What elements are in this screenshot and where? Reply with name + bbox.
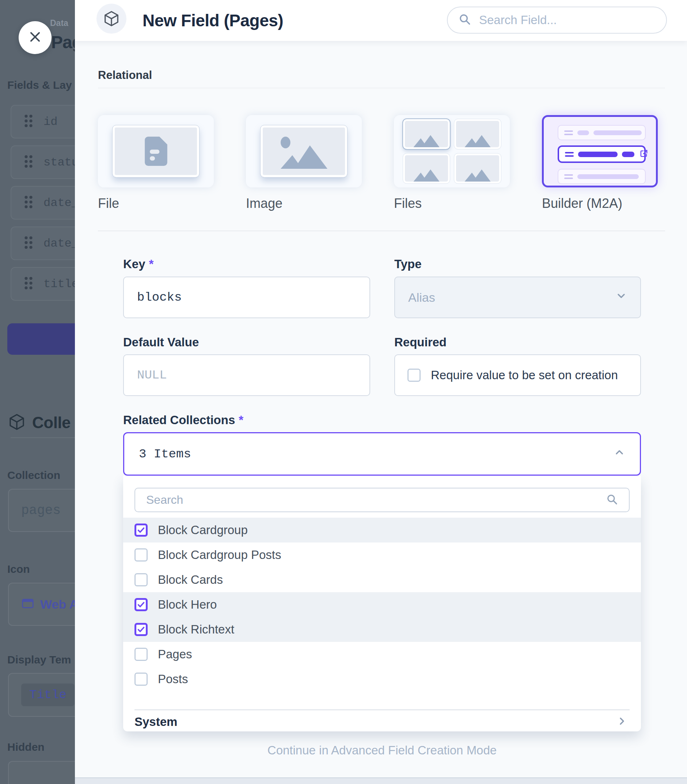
- system-label: System: [135, 715, 177, 729]
- drag-handle-icon[interactable]: [24, 154, 33, 170]
- collection-checkbox[interactable]: [135, 648, 148, 661]
- drag-handle-icon[interactable]: [24, 114, 33, 130]
- default-value-label: Default Value: [123, 335, 199, 349]
- collection-option-label: Posts: [158, 672, 188, 686]
- hidden-field-input[interactable]: [8, 761, 75, 784]
- close-drawer-button[interactable]: [19, 21, 51, 54]
- divider: [98, 88, 665, 89]
- template-field-chip[interactable]: Title: [21, 684, 74, 706]
- field-type-card-file[interactable]: [98, 115, 214, 187]
- thumbnails-grid: [403, 119, 501, 184]
- collection-checkbox[interactable]: [135, 548, 148, 561]
- section-heading: Relational: [98, 69, 152, 82]
- drag-handle-icon: [565, 152, 574, 157]
- related-collections-dropdown: Block Cardgroup Block Cardgroup Posts Bl…: [123, 476, 641, 732]
- field-type-label: Image: [246, 196, 283, 211]
- required-checkbox-group[interactable]: Require value to be set on creation: [394, 354, 641, 396]
- drag-handle-icon[interactable]: [24, 195, 33, 210]
- field-type-label: Builder (M2A): [542, 196, 622, 211]
- close-x-icon: [28, 30, 42, 45]
- field-name: statu: [43, 156, 75, 169]
- new-field-drawer: New Field (Pages) Relational: [75, 0, 687, 784]
- collection-option-row[interactable]: Block Cards: [123, 567, 641, 592]
- hidden-field-label: Hidden: [7, 741, 44, 753]
- sidebar-field-row[interactable]: id: [11, 105, 75, 138]
- field-type-card-image[interactable]: [246, 115, 362, 187]
- related-collections-label: Related Collections*: [123, 413, 243, 427]
- create-field-button[interactable]: [7, 323, 75, 355]
- collection-option-row[interactable]: Block Hero: [123, 592, 641, 617]
- field-name: date_: [43, 196, 75, 210]
- field-search[interactable]: [447, 7, 667, 34]
- dropdown-search-input[interactable]: [146, 493, 599, 507]
- display-template-input[interactable]: Title: [8, 673, 75, 717]
- drag-handle-icon: [564, 130, 573, 135]
- field-name: date_: [43, 237, 75, 250]
- collection-options-list: Block Cardgroup Block Cardgroup Posts Bl…: [123, 518, 641, 692]
- background-sidebar: Data Pag Fields & Lay id statu: [0, 0, 75, 784]
- collection-option-label: Block Cardgroup: [158, 523, 248, 537]
- collection-field-label: Collection: [7, 469, 60, 482]
- field-type-label: Files: [394, 196, 422, 211]
- collection-checkbox[interactable]: [135, 672, 148, 686]
- external-link-icon: [639, 148, 649, 160]
- search-icon: [459, 13, 471, 27]
- collection-name-value: pages: [21, 503, 61, 518]
- field-name: id: [43, 115, 58, 129]
- builder-block-row: [558, 169, 646, 184]
- collection-checkbox[interactable]: [135, 523, 148, 537]
- collection-option-row[interactable]: Block Cardgroup Posts: [123, 543, 641, 567]
- sidebar-field-row[interactable]: title: [11, 267, 75, 301]
- box-cube-icon: [97, 4, 127, 34]
- collection-page-heading: Pag: [51, 32, 75, 52]
- system-group-row[interactable]: System: [123, 712, 641, 732]
- divider: [98, 231, 665, 231]
- required-label: Required: [394, 335, 447, 349]
- icon-select-input[interactable]: Web A: [8, 583, 75, 626]
- collection-checkbox[interactable]: [135, 623, 148, 636]
- image-thumbnail-icon: [403, 153, 450, 184]
- builder-block-row: [558, 125, 646, 140]
- sidebar-field-row[interactable]: statu: [11, 145, 75, 179]
- required-checkbox[interactable]: [408, 369, 421, 382]
- field-search-input[interactable]: [479, 13, 655, 27]
- collection-name-input[interactable]: pages: [8, 489, 75, 532]
- collection-option-row[interactable]: Posts: [123, 667, 641, 692]
- collection-checkbox[interactable]: [135, 573, 148, 586]
- collection-option-row[interactable]: Pages: [123, 642, 641, 667]
- chevron-down-icon: [615, 290, 627, 305]
- divider: [135, 710, 629, 710]
- key-input[interactable]: [123, 277, 370, 318]
- collection-option-label: Block Richtext: [158, 623, 234, 636]
- field-type-card-files[interactable]: [394, 115, 510, 187]
- type-select[interactable]: Alias: [394, 277, 641, 318]
- collection-option-row[interactable]: Block Cardgroup: [123, 518, 641, 543]
- image-thumbnail-icon: [454, 153, 501, 184]
- related-collections-select[interactable]: 3 Items: [123, 432, 641, 476]
- key-label: Key*: [123, 257, 153, 271]
- dropdown-search[interactable]: [135, 488, 629, 512]
- type-label: Type: [394, 257, 422, 271]
- collection-option-label: Block Cardgroup Posts: [158, 548, 281, 562]
- drag-handle-icon[interactable]: [24, 236, 33, 251]
- default-value-input[interactable]: [123, 354, 370, 396]
- collection-option-label: Block Hero: [158, 598, 217, 612]
- field-type-card-builder-m2a[interactable]: [542, 115, 658, 187]
- key-input-field[interactable]: [137, 290, 356, 304]
- collection-option-row[interactable]: Block Richtext: [123, 617, 641, 642]
- required-star: *: [238, 413, 243, 427]
- search-icon: [606, 494, 618, 507]
- required-star: *: [149, 257, 154, 271]
- drawer-header: New Field (Pages): [75, 0, 687, 41]
- default-value-field[interactable]: [137, 368, 356, 382]
- collection-option-label: Pages: [158, 647, 192, 661]
- footer-strip: [75, 777, 687, 784]
- chevron-up-icon: [613, 446, 625, 462]
- sidebar-field-row[interactable]: date_: [11, 226, 75, 260]
- sidebar-field-row[interactable]: date_: [11, 186, 75, 220]
- drag-handle-icon[interactable]: [24, 276, 33, 292]
- web-asset-icon: [21, 597, 35, 612]
- collection-checkbox[interactable]: [135, 598, 148, 611]
- image-mountains-icon: [261, 125, 347, 177]
- advanced-mode-link[interactable]: Continue in Advanced Field Creation Mode: [123, 743, 641, 757]
